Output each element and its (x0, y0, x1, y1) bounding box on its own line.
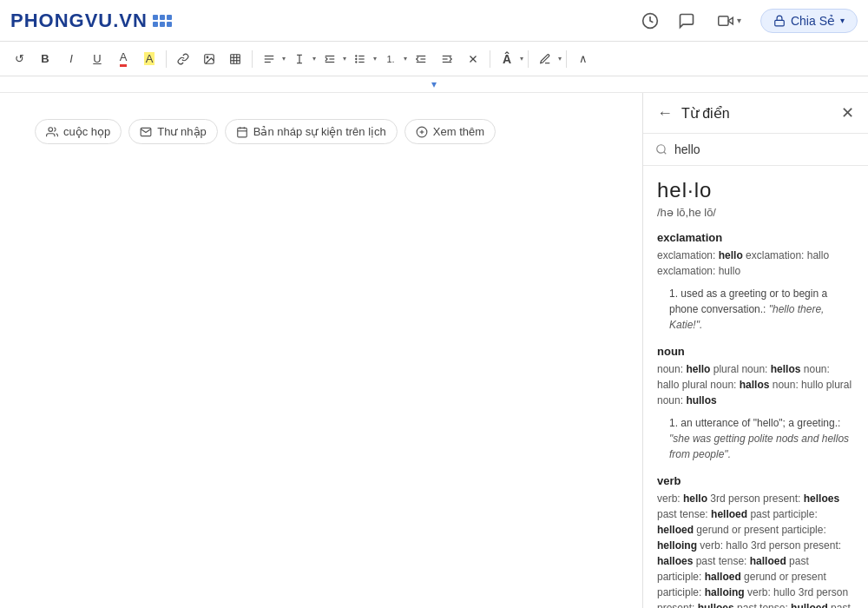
svg-point-22 (356, 58, 357, 59)
dictionary-content: hel·lo /hə lō,he lō/ exclamation exclama… (643, 166, 868, 608)
quick-insert-calendar[interactable]: Bản nháp sự kiện trên lịch (225, 119, 398, 144)
dict-section-noun-title: noun (657, 345, 854, 358)
ordered-list-chevron: ▾ (404, 55, 407, 63)
align-button[interactable] (257, 47, 281, 71)
italic-button[interactable]: I (59, 47, 83, 71)
indent-button[interactable] (318, 47, 342, 71)
dict-phonetic: /hə lō,he lō/ (657, 206, 854, 219)
svg-point-21 (356, 55, 357, 56)
search-icon (655, 143, 667, 155)
top-bar: PHONGVU.VN ▾ Chia Sẻ ▾ (0, 0, 868, 42)
svg-line-41 (664, 152, 667, 155)
pencil-button[interactable] (533, 47, 557, 71)
chat-icon[interactable] (674, 9, 699, 33)
camera-chevron: ▾ (737, 16, 741, 25)
dict-close-button[interactable]: ✕ (841, 103, 854, 122)
quick-insert-more[interactable]: Xem thêm (404, 119, 496, 144)
dict-title: Từ điển (681, 105, 730, 122)
ordered-list-dropdown[interactable]: 1. ▾ (378, 47, 407, 71)
quick-insert-email[interactable]: Thư nhập (128, 119, 217, 144)
dict-word: hel·lo (657, 178, 854, 202)
dict-search-bar (643, 134, 868, 166)
font-style-dropdown[interactable]: Â ▾ (495, 47, 523, 71)
dict-def-noun-1: an utterance of "hello"; a greeting.: "s… (669, 415, 854, 462)
text-color-button[interactable]: A (111, 47, 135, 71)
toolbar: ↺ B I U A A ▾ ▾ ▾ (0, 42, 868, 76)
list-chevron: ▾ (373, 55, 377, 63)
quick-insert-meeting-label: cuộc họp (63, 125, 110, 138)
outdent-button[interactable] (409, 47, 433, 71)
camera-button[interactable]: ▾ (711, 10, 748, 32)
editor-area[interactable]: cuộc họp Thư nhập Bản nháp sự kiện trên … (0, 93, 642, 608)
clear-format-button[interactable] (461, 47, 485, 71)
share-label: Chia Sẻ (791, 14, 835, 28)
highlight-button[interactable]: A (137, 47, 161, 71)
sep5 (566, 50, 567, 68)
line-height-button[interactable] (287, 47, 312, 71)
top-right-actions: ▾ Chia Sẻ ▾ (638, 9, 858, 33)
logo-text: PHONGVU.VN (10, 10, 148, 32)
share-button[interactable]: Chia Sẻ ▾ (760, 9, 858, 33)
underline-button[interactable]: U (85, 47, 109, 71)
image-button[interactable] (197, 47, 221, 71)
sep4 (528, 50, 529, 68)
undo-button[interactable]: ↺ (7, 47, 31, 71)
align-dropdown[interactable]: ▾ (257, 47, 286, 71)
sep1 (166, 50, 167, 68)
dict-section-verb-title: verb (657, 474, 854, 487)
quick-insert-bar: cuộc họp Thư nhập Bản nháp sự kiện trên … (35, 110, 608, 153)
dict-header-left: ← Từ điển (657, 104, 730, 122)
dict-section-exclamation-content: exclamation: hello exclamation: hallo ex… (657, 248, 854, 279)
bold-button[interactable]: B (33, 47, 57, 71)
font-style-chevron: ▾ (520, 55, 523, 63)
dict-def-exclamation-1: used as a greeting or to begin a phone c… (669, 286, 854, 333)
logo: PHONGVU.VN (10, 10, 172, 32)
link-button[interactable] (171, 47, 195, 71)
list-dropdown[interactable]: ▾ (348, 47, 377, 71)
svg-point-40 (657, 145, 665, 153)
dict-section-noun-content: noun: hello plural noun: hellos noun: ha… (657, 361, 854, 408)
quick-insert-email-label: Thư nhập (157, 125, 206, 138)
quick-insert-calendar-label: Bản nháp sự kiện trên lịch (253, 125, 386, 138)
table-button[interactable] (223, 47, 247, 71)
sep2 (252, 50, 253, 68)
font-style-button[interactable]: Â (495, 47, 519, 71)
svg-point-4 (207, 56, 208, 58)
line-height-chevron: ▾ (312, 55, 316, 63)
svg-point-32 (49, 127, 53, 131)
dict-back-button[interactable]: ← (657, 104, 673, 122)
list-button[interactable] (348, 47, 372, 71)
dictionary-header: ← Từ điển ✕ (643, 93, 868, 134)
share-chevron: ▾ (840, 16, 845, 25)
pencil-dropdown[interactable]: ▾ (533, 47, 562, 71)
dict-search-input[interactable] (674, 142, 856, 156)
align-chevron: ▾ (282, 55, 286, 63)
indent-right-button[interactable] (435, 47, 459, 71)
dict-section-verb-content: verb: hello 3rd person present: helloes … (657, 491, 854, 608)
dict-section-exclamation-title: exclamation (657, 231, 854, 244)
main-area: cuộc họp Thư nhập Bản nháp sự kiện trên … (0, 93, 868, 608)
indent-chevron: ▾ (343, 55, 346, 63)
quick-insert-more-label: Xem thêm (433, 125, 484, 138)
ordered-list-button[interactable]: 1. (378, 47, 403, 71)
line-height-dropdown[interactable]: ▾ (287, 47, 316, 71)
dictionary-panel: ← Từ điển ✕ hel·lo /hə lō,he lō/ exclama… (642, 93, 868, 608)
history-icon[interactable] (638, 9, 662, 33)
collapse-arrow-icon: ▾ (431, 78, 437, 90)
sep3 (490, 50, 490, 68)
toolbar-collapse-button[interactable]: ∧ (571, 47, 595, 71)
svg-rect-1 (719, 16, 728, 25)
collapse-bar[interactable]: ▾ (0, 76, 868, 93)
svg-rect-33 (238, 128, 247, 137)
logo-dots (153, 15, 172, 27)
svg-rect-5 (231, 54, 240, 63)
svg-rect-2 (775, 20, 785, 25)
svg-point-23 (356, 61, 357, 62)
pencil-chevron: ▾ (558, 55, 562, 63)
quick-insert-meeting[interactable]: cuộc họp (35, 119, 122, 144)
indent-dropdown[interactable]: ▾ (318, 47, 346, 71)
